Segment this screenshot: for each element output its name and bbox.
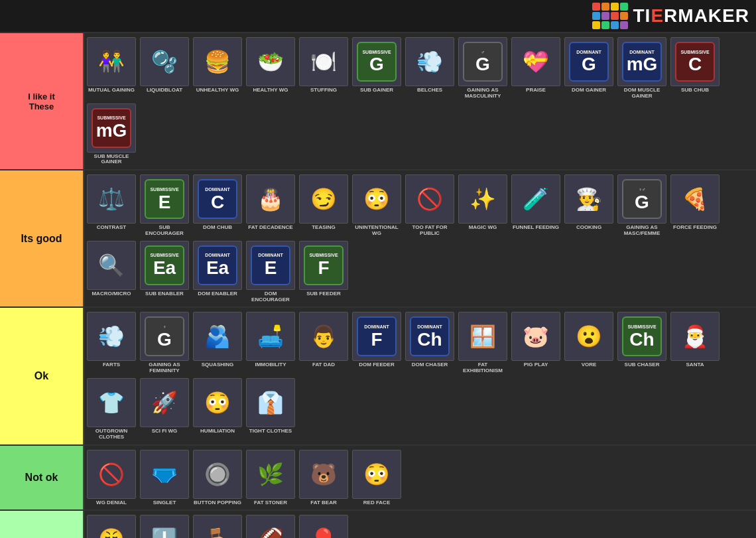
- item-image-fat-decadence: 🎂: [246, 174, 295, 224]
- item-image-macro-micro: 🔍: [87, 241, 136, 290]
- tier-item-humiliation[interactable]: 😳HUMILIATION: [192, 377, 243, 436]
- item-image-vore: 😮: [564, 312, 613, 361]
- tier-item-fat-stoner[interactable]: 🌿FAT STONER: [245, 448, 296, 507]
- tier-item-gaining-masc-femme[interactable]: ♀♂GGAINING AS MASC/FEMME: [616, 173, 668, 238]
- item-image-fat-bear: 🐻: [299, 450, 348, 499]
- tier-item-outgrown-clothes[interactable]: 👕OUTGROWN CLOTHES: [86, 377, 137, 442]
- item-label-force-feeding: FORCE FEEDING: [673, 225, 717, 231]
- item-label-farts: FARTS: [103, 362, 120, 368]
- tier-item-fat-exhibitionism[interactable]: 🪟FAT EXHIBITIONISM: [457, 310, 509, 375]
- item-image-tight-clothes: 👔: [246, 378, 295, 427]
- item-image-red-face: 😳: [352, 450, 401, 499]
- tier-item-dom-chub[interactable]: DOMINANTCDOM CHUB: [192, 173, 243, 232]
- tier-item-sub-chaser[interactable]: SUBMISSIVEChSUB CHASER: [616, 310, 668, 370]
- item-label-cooking: COOKING: [576, 225, 601, 231]
- tier-item-wg-denial[interactable]: 🚫WG DENIAL: [86, 448, 137, 507]
- item-image-healthy-wg: 🥗: [246, 37, 295, 86]
- tier-item-farts[interactable]: 💨FARTS: [86, 310, 137, 370]
- tier-item-too-fat-public[interactable]: 🚫TOO FAT FOR PUBLIC: [404, 173, 456, 238]
- tier-content-disgusting: 😤SLOB⬇️DEGRADATION🪑BREAKING FURNITURE🏈EX…: [83, 511, 756, 538]
- item-image-ex-jock: 🏈: [246, 515, 295, 538]
- tier-item-mutual-gaining[interactable]: 👫MUTUAL GAINING: [86, 36, 137, 95]
- tier-item-fat-dad[interactable]: 👨FAT DAD: [298, 310, 349, 370]
- item-label-contrast: CONTRAST: [97, 225, 126, 231]
- item-label-gaining-feminity: GAINING AS FEMININITY: [140, 362, 189, 374]
- item-label-dom-gainer: DOM GAINER: [572, 88, 606, 94]
- item-image-praise: 💝: [511, 37, 560, 86]
- tier-item-singlet[interactable]: 🩲SINGLET: [139, 448, 190, 507]
- tier-item-sub-encourager[interactable]: SUBMISSIVEESUB ENCOURAGER: [139, 173, 190, 238]
- item-image-funnel-feeding: 🧪: [511, 174, 560, 224]
- tier-item-pig-play[interactable]: 🐷PIG PLAY: [510, 310, 562, 370]
- tier-item-dom-gainer[interactable]: DOMINANTGDOM GAINER: [563, 36, 615, 95]
- tier-item-dom-feeder[interactable]: DOMINANTFDOM FEEDER: [351, 310, 403, 370]
- item-label-dom-chaser: DOM CHASER: [412, 362, 448, 368]
- item-label-belches: BELCHES: [417, 88, 442, 94]
- item-label-wg-denial: WG DENIAL: [96, 500, 127, 506]
- item-label-fat-decadence: FAT DECADENCE: [248, 225, 292, 231]
- tier-item-gaining-feminity[interactable]: ♀GGAINING AS FEMININITY: [139, 310, 190, 375]
- app-container: TiERMAKER I like it These👫MUTUAL GAINING…: [0, 0, 756, 538]
- tier-item-funnel-feeding[interactable]: 🧪FUNNEL FEEDING: [510, 173, 562, 232]
- item-image-sub-chaser: SUBMISSIVECh: [617, 312, 666, 361]
- tier-item-sci-fi-wg[interactable]: 🚀SCI FI WG: [139, 377, 190, 436]
- item-image-sub-muscle-gainer: SUBMISSIVEmG: [87, 103, 136, 153]
- item-label-sub-chub: SUB CHUB: [681, 88, 709, 94]
- tier-item-dom-encourager[interactable]: DOMINANTEDOM ENCOURAGER: [245, 239, 296, 304]
- tier-label-not-ok: Not ok: [0, 446, 83, 510]
- tier-item-sub-muscle-gainer[interactable]: SUBMISSIVEmGSUB MUSCLE GAINER: [86, 102, 137, 167]
- tier-item-praise[interactable]: 💝PRAISE: [510, 36, 562, 95]
- tier-item-unintentional-wg[interactable]: 😳UNINTENTIONAL WG: [351, 173, 403, 238]
- tier-item-immobility[interactable]: 🛋️IMMOBILITY: [245, 310, 296, 370]
- item-image-dom-enabler: DOMINANTEa: [193, 241, 242, 290]
- tier-item-ex-jock[interactable]: 🏈EX-JOCK: [245, 513, 296, 538]
- header: TiERMAKER: [0, 0, 756, 33]
- tier-item-dom-muscle-gainer[interactable]: DOMINANTmGDOM MUSCLE GAINER: [616, 36, 668, 101]
- tier-item-red-face[interactable]: 😳RED FACE: [351, 448, 403, 507]
- tier-content-i-like-it: 👫MUTUAL GAINING🫧LIQUIDBLOAT🍔UNHEALTHY WG…: [83, 33, 756, 169]
- tier-item-healthy-wg[interactable]: 🥗HEALTHY WG: [245, 36, 296, 95]
- tier-item-force-feeding[interactable]: 🍕FORCE FEEDING: [669, 173, 721, 232]
- tier-item-fat-decadence[interactable]: 🎂FAT DECADENCE: [245, 173, 296, 232]
- tier-item-sub-gainer[interactable]: SUBMISSIVEGSUB GAINER: [351, 36, 403, 95]
- item-image-immobility: 🛋️: [246, 312, 295, 361]
- tier-item-teasing[interactable]: 😏TEASING: [298, 173, 349, 232]
- tier-item-liquidbloat[interactable]: 🫧LIQUIDBLOAT: [139, 36, 190, 95]
- tier-item-dom-chaser[interactable]: DOMINANTChDOM CHASER: [404, 310, 456, 370]
- item-image-dom-feeder: DOMINANTF: [352, 312, 401, 361]
- tier-item-tight-clothes[interactable]: 👔TIGHT CLOTHES: [245, 377, 296, 436]
- tier-item-sub-chub[interactable]: SUBMISSIVECSUB CHUB: [669, 36, 721, 95]
- tier-item-cooking[interactable]: 👨‍🍳COOKING: [563, 173, 615, 232]
- tier-item-magic-wg[interactable]: ✨MAGIC WG: [457, 173, 509, 232]
- item-label-gaining-masc: GAINING AS MASCULINITY: [458, 88, 507, 100]
- tier-item-stuffing[interactable]: 🍽️STUFFING: [298, 36, 349, 95]
- tier-row-its-good: Its good⚖️CONTRASTSUBMISSIVEESUB ENCOURA…: [0, 170, 756, 308]
- item-label-praise: PRAISE: [526, 88, 546, 94]
- tier-item-unhealthy-wg[interactable]: 🍔UNHEALTHY WG: [192, 36, 243, 95]
- item-label-magic-wg: MAGIC WG: [469, 225, 497, 231]
- tier-item-macro-micro[interactable]: 🔍MACRO/MICRO: [86, 239, 137, 299]
- tier-item-dom-enabler[interactable]: DOMINANTEaDOM ENABLER: [192, 239, 243, 299]
- tier-item-degradation[interactable]: ⬇️DEGRADATION: [139, 513, 190, 538]
- tier-item-sub-feeder[interactable]: SUBMISSIVEFSUB FEEDER: [298, 239, 349, 299]
- tier-item-inflation[interactable]: 🎈INFLATION: [298, 513, 349, 538]
- tier-item-fat-bear[interactable]: 🐻FAT BEAR: [298, 448, 349, 507]
- tier-item-slob[interactable]: 😤SLOB: [86, 513, 137, 538]
- item-image-unintentional-wg: 😳: [352, 174, 401, 224]
- item-label-immobility: IMMOBILITY: [255, 362, 286, 368]
- item-image-dom-encourager: DOMINANTE: [246, 241, 295, 290]
- tier-item-button-popping[interactable]: 🔘BUTTON POPPING: [192, 448, 243, 507]
- tier-item-belches[interactable]: 💨BELCHES: [404, 36, 456, 95]
- tiermaker-logo: TiERMAKER: [592, 3, 749, 29]
- tier-item-squashing[interactable]: 🫂SQUASHING: [192, 310, 243, 370]
- tier-row-not-ok: Not ok🚫WG DENIAL🩲SINGLET🔘BUTTON POPPING🌿…: [0, 446, 756, 511]
- item-label-sub-encourager: SUB ENCOURAGER: [140, 225, 189, 237]
- tier-item-breaking-furniture[interactable]: 🪑BREAKING FURNITURE: [192, 513, 243, 538]
- tier-item-sub-enabler[interactable]: SUBMISSIVEEaSUB ENABLER: [139, 239, 190, 299]
- tier-item-contrast[interactable]: ⚖️CONTRAST: [86, 173, 137, 232]
- tier-content-ok: 💨FARTS♀GGAINING AS FEMININITY🫂SQUASHING🛋…: [83, 308, 756, 444]
- tier-item-vore[interactable]: 😮VORE: [563, 310, 615, 370]
- item-label-tight-clothes: TIGHT CLOTHES: [249, 429, 292, 435]
- tier-item-gaining-masc[interactable]: ♂GGAINING AS MASCULINITY: [457, 36, 509, 101]
- tier-item-santa[interactable]: 🎅SANTA: [669, 310, 721, 370]
